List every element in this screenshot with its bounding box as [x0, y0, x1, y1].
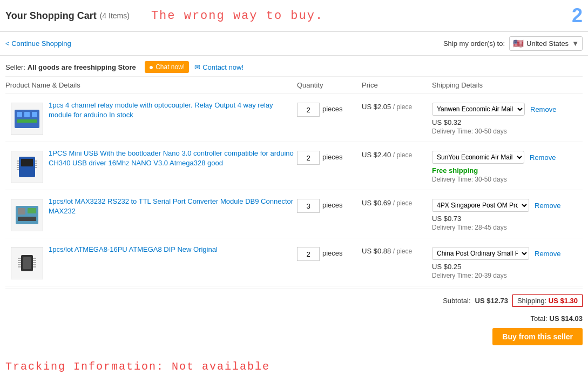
- delivery-time: Delivery Time: 20-39 days: [432, 272, 583, 279]
- contact-button[interactable]: ✉ Contact now!: [194, 63, 244, 71]
- page-number: 2: [572, 4, 583, 27]
- continue-shopping-link[interactable]: Continue Shopping: [5, 39, 71, 48]
- tracking-info: Tracking Information: Not available: [0, 351, 588, 375]
- price-amount: US $0.88: [362, 247, 391, 255]
- col-header-price: Price: [362, 81, 432, 89]
- remove-button[interactable]: Remove: [530, 105, 556, 113]
- nav-bar: Continue Shopping Ship my order(s) to: 🇺…: [0, 32, 588, 56]
- shipping-total-label: Shipping:: [517, 297, 546, 305]
- subtotal-label: Subtotal:: [443, 297, 470, 305]
- quantity-unit: pieces: [322, 199, 343, 209]
- price-unit: / piece: [393, 103, 412, 111]
- col-header-qty: Quantity: [297, 81, 362, 89]
- delivery-time: Delivery Time: 28-45 days: [432, 224, 583, 231]
- email-icon: ✉: [194, 63, 200, 71]
- shipping-cost: US $0.32: [432, 118, 583, 126]
- tracking-text: Tracking Information: Not available: [5, 360, 270, 373]
- shipping-cost: US $0.25: [432, 263, 583, 271]
- quantity-unit: pieces: [322, 151, 343, 161]
- seller-label: Seller:: [5, 63, 25, 71]
- price-unit: / piece: [393, 151, 412, 159]
- shipping-select[interactable]: 4PX Singapore Post OM ProChina Post Air …: [432, 199, 529, 212]
- buy-button[interactable]: Buy from this seller: [492, 328, 583, 345]
- total-row: Total: US $14.03: [5, 312, 583, 325]
- chat-label: Chat now!: [156, 63, 185, 71]
- shipping-select-wrap: China Post Ordinary Small PacketChina Po…: [432, 247, 583, 260]
- svg-rect-31: [23, 257, 31, 269]
- subtotal-amount: US $12.73: [475, 297, 508, 305]
- items-count: (4 Items): [100, 11, 130, 20]
- country-name: United States: [526, 39, 569, 48]
- remove-button[interactable]: Remove: [530, 153, 556, 162]
- shipping-cost: US $0.73: [432, 215, 583, 223]
- shipping-select[interactable]: China Post Ordinary Small PacketChina Po…: [432, 247, 529, 260]
- seller-name: All goods are freeshipping Store: [28, 63, 136, 71]
- price-amount: US $0.69: [362, 199, 391, 207]
- shipping-select-wrap: Yanwen Economic Air MailChina Post Air M…: [432, 103, 583, 116]
- quantity-input[interactable]: [297, 151, 320, 165]
- seller-bar: Seller: All goods are freeshipping Store…: [5, 56, 583, 77]
- chat-button[interactable]: ● Chat now!: [145, 61, 190, 73]
- price-col: US $2.40 / piece: [362, 149, 432, 159]
- col-header-product: Product Name & Details: [5, 81, 297, 89]
- price-unit: / piece: [393, 247, 412, 255]
- quantity-input[interactable]: [297, 247, 320, 261]
- shipping-select[interactable]: SunYou Economic Air MailChina Post Air M…: [432, 151, 524, 164]
- country-flag: 🇺🇸: [513, 38, 524, 49]
- table-row: 1pcs/lot ATMEGA8-16PU ATMEGA8 DIP New Or…: [5, 238, 583, 286]
- remove-button[interactable]: Remove: [535, 250, 560, 258]
- country-selector[interactable]: 🇺🇸 United States ▼: [509, 36, 583, 51]
- quantity-unit: pieces: [322, 247, 343, 257]
- product-name[interactable]: 1pcs 4 channel relay module with optocou…: [49, 101, 297, 120]
- buy-row: Buy from this seller: [5, 328, 583, 345]
- shipping-select-wrap: 4PX Singapore Post OM ProChina Post Air …: [432, 199, 583, 212]
- svg-rect-4: [17, 119, 37, 123]
- shipping-col: 4PX Singapore Post OM ProChina Post Air …: [432, 197, 583, 231]
- svg-rect-2: [24, 112, 30, 117]
- shipping-select[interactable]: Yanwen Economic Air MailChina Post Air M…: [432, 103, 525, 116]
- delivery-time: Delivery Time: 30-50 days: [432, 128, 583, 135]
- product-image: [11, 151, 43, 183]
- price-amount: US $2.05: [362, 103, 391, 111]
- quantity-input[interactable]: [297, 199, 320, 213]
- totals-row: Subtotal: US $12.73 Shipping: US $1.30: [5, 289, 583, 312]
- product-image-col: [5, 197, 49, 231]
- table-row: 1PCS Mini USB With the bootloader Nano 3…: [5, 142, 583, 190]
- svg-rect-17: [18, 208, 25, 215]
- quantity-col: pieces: [297, 101, 362, 117]
- shipping-col: SunYou Economic Air MailChina Post Air M…: [432, 149, 583, 183]
- shipping-select-wrap: SunYou Economic Air MailChina Post Air M…: [432, 151, 583, 164]
- page-title: Your Shopping Cart: [5, 10, 97, 22]
- col-header-shipping: Shipping Details: [432, 81, 583, 89]
- shipping-total-amount: US $1.30: [549, 297, 578, 305]
- products-list: 1pcs 4 channel relay module with optocou…: [5, 94, 583, 286]
- main-content: Seller: All goods are freeshipping Store…: [0, 56, 588, 351]
- free-shipping-label: Free shipping: [432, 166, 583, 175]
- product-name[interactable]: 1PCS Mini USB With the bootloader Nano 3…: [49, 149, 297, 168]
- product-name[interactable]: 1pcs/lot ATMEGA8-16PU ATMEGA8 DIP New Or…: [49, 245, 297, 255]
- total-label: Total:: [530, 314, 547, 323]
- price-amount: US $2.40: [362, 151, 391, 159]
- price-col: US $0.69 / piece: [362, 197, 432, 207]
- product-info: 1PCS Mini USB With the bootloader Nano 3…: [49, 149, 297, 168]
- price-unit: / piece: [393, 199, 412, 207]
- quantity-input[interactable]: [297, 103, 320, 117]
- total-amount: US $14.03: [550, 314, 583, 323]
- quantity-col: pieces: [297, 197, 362, 213]
- chat-icon: ●: [149, 63, 153, 71]
- quantity-col: pieces: [297, 149, 362, 165]
- price-col: US $0.88 / piece: [362, 245, 432, 255]
- svg-rect-19: [18, 217, 36, 221]
- table-row: 1pcs 4 channel relay module with optocou…: [5, 94, 583, 142]
- product-info: 1pcs 4 channel relay module with optocou…: [49, 101, 297, 120]
- product-image: [11, 199, 43, 231]
- product-name[interactable]: 1pcs/lot MAX3232 RS232 to TTL Serial Por…: [49, 197, 297, 216]
- remove-button[interactable]: Remove: [535, 202, 560, 210]
- product-image: [11, 103, 43, 135]
- product-info: 1pcs/lot MAX3232 RS232 to TTL Serial Por…: [49, 197, 297, 216]
- delivery-time: Delivery Time: 30-50 days: [432, 176, 583, 183]
- svg-rect-6: [21, 159, 33, 166]
- svg-rect-3: [32, 112, 37, 117]
- contact-label: Contact now!: [202, 63, 244, 71]
- chevron-down-icon: ▼: [572, 39, 579, 48]
